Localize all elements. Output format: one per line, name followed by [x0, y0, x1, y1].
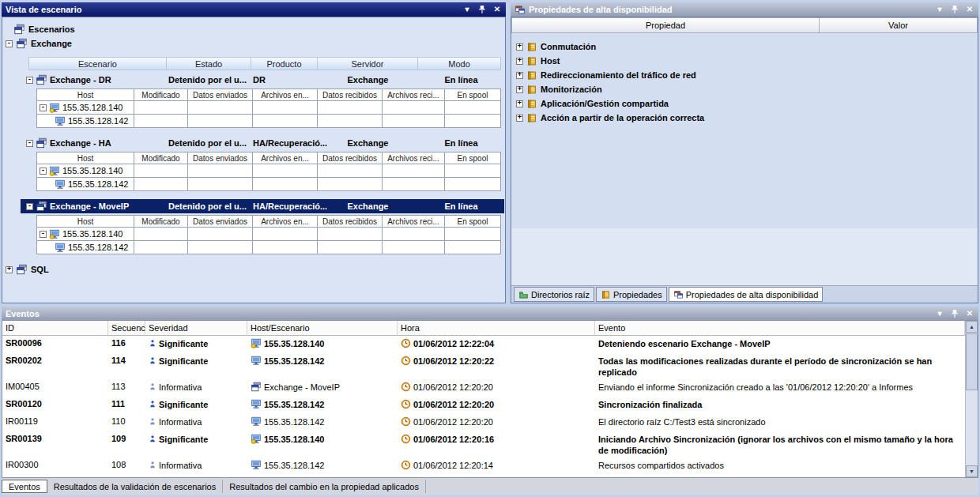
- property-item-host[interactable]: + Host: [511, 54, 978, 68]
- pin-icon[interactable]: [950, 5, 959, 14]
- collapse-icon[interactable]: -: [40, 168, 47, 175]
- host-stat-cell: [383, 178, 445, 191]
- host-col-datos-enviados[interactable]: Datos enviados: [188, 152, 253, 164]
- scenario-row-moveip-selected[interactable]: - Exchange - MoveIP Detenido por el u...…: [21, 199, 504, 213]
- host-col-host[interactable]: Host: [36, 88, 134, 101]
- column-header-hora[interactable]: Hora: [398, 321, 595, 336]
- expand-icon[interactable]: +: [516, 72, 523, 79]
- close-icon[interactable]: ✕: [965, 309, 974, 318]
- property-item-redireccionamiento[interactable]: + Redireccionamiento del tráfico de red: [511, 68, 978, 82]
- property-item-monitorizacion[interactable]: + Monitorización: [511, 82, 978, 96]
- event-seq: 109: [108, 431, 145, 445]
- column-header-estado[interactable]: Estado: [167, 57, 251, 70]
- host-col-en-spool[interactable]: En spool: [445, 215, 501, 228]
- host-row-replica[interactable]: 155.35.128.142: [36, 115, 501, 128]
- event-row[interactable]: SR00120 111 Significante 155.35.128.142 …: [2, 397, 965, 414]
- chevron-down-icon[interactable]: ▾: [935, 309, 944, 318]
- host-col-archivos-env[interactable]: Archivos en...: [253, 152, 318, 164]
- expand-icon[interactable]: +: [6, 266, 13, 273]
- collapse-icon[interactable]: -: [40, 104, 47, 111]
- collapse-icon[interactable]: -: [26, 140, 33, 147]
- host-row-replica[interactable]: 155.35.128.142: [36, 241, 501, 254]
- column-header-secuencia[interactable]: Secuenci ▽: [108, 321, 145, 336]
- event-row[interactable]: SR00096 116 Significante 155.35.128.140 …: [2, 336, 965, 353]
- column-header-servidor[interactable]: Servidor: [318, 57, 418, 70]
- host-row-master[interactable]: - 155.35.128.140: [36, 164, 501, 178]
- host-label: 155.35.128.140: [264, 434, 324, 444]
- scenario-servidor: Exchange: [318, 138, 418, 148]
- tab-resultados-validacion[interactable]: Resultados de la validación de escenario…: [47, 480, 223, 493]
- tree-node-escenarios[interactable]: Escenarios: [13, 22, 505, 36]
- close-icon[interactable]: ✕: [492, 5, 502, 14]
- host-stat-cell: [188, 241, 253, 254]
- expand-icon[interactable]: +: [516, 100, 523, 107]
- host-row-master[interactable]: - 155.35.128.140: [36, 228, 501, 241]
- events-vertical-scrollbar[interactable]: ▲ ▼: [965, 321, 978, 477]
- host-col-datos-recibidos[interactable]: Datos recibidos: [318, 215, 383, 228]
- expand-icon[interactable]: +: [516, 58, 523, 65]
- chevron-down-icon[interactable]: ▾: [935, 5, 944, 14]
- column-header-host-escenario[interactable]: Host/Escenario: [247, 321, 398, 336]
- column-header-evento[interactable]: Evento: [595, 321, 965, 336]
- tree-node-exchange-group[interactable]: - Exchange: [6, 36, 505, 51]
- host-col-archivos-rec[interactable]: Archivos reci...: [383, 215, 445, 228]
- scroll-down-icon[interactable]: ▼: [966, 465, 978, 477]
- event-row[interactable]: SR00202 114 Significante 155.35.128.142 …: [2, 353, 965, 379]
- expand-icon[interactable]: +: [516, 43, 523, 51]
- host-col-en-spool[interactable]: En spool: [445, 88, 501, 101]
- host-col-datos-enviados[interactable]: Datos enviados: [188, 215, 253, 228]
- host-label: 155.35.128.142: [264, 460, 324, 470]
- event-row[interactable]: IM00405 113 Informativa Exchange - MoveI…: [2, 379, 965, 397]
- event-row[interactable]: IR00300 108 Informativa 155.35.128.142 0…: [2, 457, 965, 475]
- host-col-datos-enviados[interactable]: Datos enviados: [188, 88, 253, 101]
- event-row[interactable]: IR00119 110 Informativa 155.35.128.142 0…: [2, 414, 965, 431]
- pin-icon[interactable]: [950, 309, 959, 318]
- column-header-valor[interactable]: Valor: [820, 17, 978, 33]
- collapse-icon[interactable]: -: [26, 77, 33, 84]
- expand-icon[interactable]: +: [516, 115, 523, 122]
- property-item-accion-operacion[interactable]: + Acción a partir de la operación correc…: [511, 111, 978, 125]
- host-col-archivos-env[interactable]: Archivos en...: [253, 215, 318, 228]
- tab-propiedades-alta-disponibilidad[interactable]: Propiedades de alta disponibilidad: [669, 287, 824, 302]
- host-col-archivos-env[interactable]: Archivos en...: [253, 88, 318, 101]
- column-header-propiedad[interactable]: Propiedad: [511, 17, 820, 33]
- property-item-aplicacion-gestion[interactable]: + Aplicación/Gestión compartida: [511, 96, 978, 111]
- scrollbar-thumb[interactable]: [966, 333, 978, 390]
- host-col-datos-recibidos[interactable]: Datos recibidos: [318, 88, 383, 101]
- column-header-modo[interactable]: Modo: [418, 57, 501, 70]
- expand-icon[interactable]: +: [516, 86, 523, 93]
- tab-directorios-raiz[interactable]: Directorios raíz: [514, 287, 594, 302]
- column-header-id[interactable]: ID: [2, 321, 108, 336]
- host-col-archivos-rec[interactable]: Archivos reci...: [383, 152, 445, 164]
- column-header-severidad[interactable]: Severidad: [145, 321, 247, 336]
- tab-resultados-cambio-propiedad[interactable]: Resultados del cambio en la propiedad ap…: [223, 480, 426, 493]
- host-col-host[interactable]: Host: [36, 215, 134, 228]
- collapse-icon[interactable]: -: [26, 203, 33, 210]
- column-header-producto[interactable]: Producto: [251, 57, 318, 70]
- column-header-escenario[interactable]: Escenario: [28, 57, 167, 70]
- pin-icon[interactable]: [477, 5, 487, 14]
- tab-propiedades[interactable]: Propiedades: [596, 287, 667, 302]
- scroll-up-icon[interactable]: ▲: [966, 321, 978, 333]
- tab-eventos[interactable]: Eventos: [2, 480, 47, 493]
- host-col-en-spool[interactable]: En spool: [445, 152, 501, 164]
- host-col-modificado[interactable]: Modificado: [134, 215, 188, 228]
- host-col-host[interactable]: Host: [36, 152, 134, 164]
- scenario-row-ha[interactable]: - Exchange - HA Detenido por el u... HA/…: [21, 136, 504, 150]
- host-col-modificado[interactable]: Modificado: [134, 152, 188, 164]
- scenario-block-ha: - Exchange - HA Detenido por el u... HA/…: [2, 136, 505, 191]
- event-row[interactable]: SR00139 109 Significante 155.35.128.140 …: [2, 431, 965, 457]
- host-col-archivos-rec[interactable]: Archivos reci...: [383, 88, 445, 101]
- tree-node-sql-group[interactable]: + SQL: [6, 262, 505, 277]
- collapse-icon[interactable]: -: [6, 40, 13, 47]
- host-col-datos-recibidos[interactable]: Datos recibidos: [318, 152, 383, 164]
- host-col-modificado[interactable]: Modificado: [134, 88, 188, 101]
- chevron-down-icon[interactable]: ▾: [462, 5, 472, 14]
- property-item-conmutacion[interactable]: + Conmutación: [511, 40, 978, 54]
- host-row-master[interactable]: - 155.35.128.140: [36, 101, 501, 115]
- host-row-replica[interactable]: 155.35.128.142: [36, 178, 501, 191]
- scenario-row-dr[interactable]: - Exchange - DR Detenido por el u... DR …: [21, 73, 504, 87]
- events-table: ID Secuenci ▽ Severidad Host/Escenario H…: [2, 320, 978, 478]
- collapse-icon[interactable]: -: [40, 231, 47, 238]
- close-icon[interactable]: ✕: [965, 5, 974, 14]
